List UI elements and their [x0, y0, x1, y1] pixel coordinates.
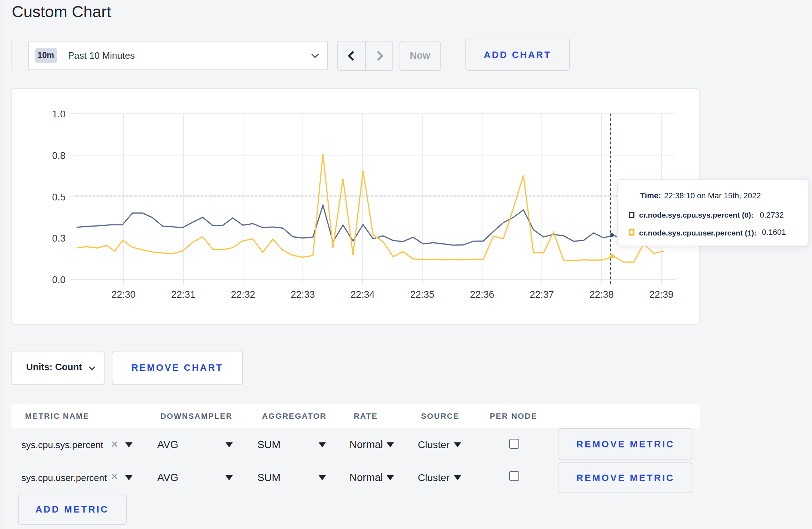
svg-text:22:35: 22:35 [410, 289, 434, 300]
svg-text:1.0: 1.0 [52, 109, 65, 120]
svg-text:22:33: 22:33 [290, 289, 315, 300]
svg-text:22:32: 22:32 [231, 289, 255, 300]
svg-text:0.8: 0.8 [52, 150, 65, 161]
svg-text:22:36: 22:36 [470, 289, 494, 300]
svg-text:0.3: 0.3 [52, 233, 65, 244]
svg-text:22:31: 22:31 [171, 289, 195, 300]
svg-text:22:37: 22:37 [530, 289, 554, 300]
svg-text:22:38: 22:38 [589, 289, 614, 300]
svg-text:0.5: 0.5 [52, 192, 65, 203]
svg-text:0.0: 0.0 [52, 275, 65, 285]
svg-text:22:30: 22:30 [111, 289, 135, 300]
svg-text:22:39: 22:39 [649, 289, 673, 300]
svg-text:22:34: 22:34 [350, 289, 374, 300]
